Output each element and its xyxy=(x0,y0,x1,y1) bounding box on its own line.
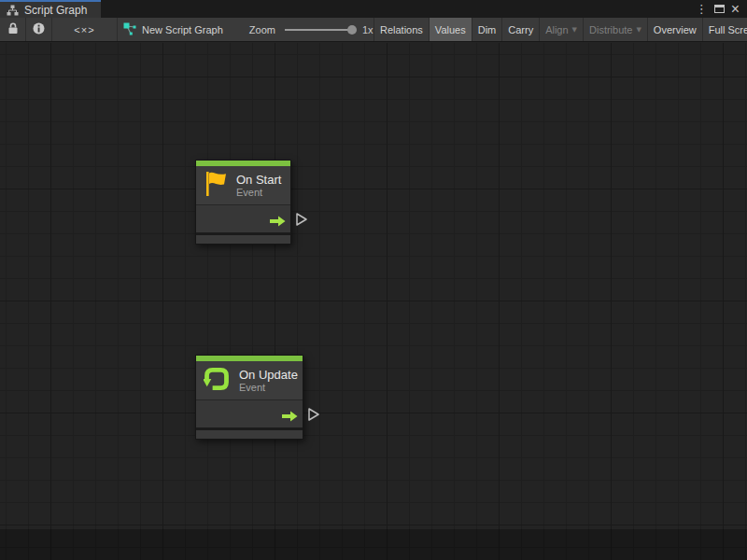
relations-label: Relations xyxy=(380,24,423,35)
maximize-icon[interactable] xyxy=(714,5,725,13)
full-screen-button[interactable]: Full Screen xyxy=(702,18,747,42)
node-titles: On Start Event xyxy=(236,173,281,199)
dropdown-caret-icon: ▼ xyxy=(636,27,641,34)
carry-button[interactable]: Carry xyxy=(501,18,539,42)
canvas-bottom-shade xyxy=(0,529,747,560)
align-label: Align xyxy=(545,24,568,35)
node-title: On Update xyxy=(239,368,298,382)
graph-toolbar: <×> New Script Graph Zoom 1x Relatio xyxy=(0,18,747,42)
node-on-update[interactable]: On Update Event xyxy=(195,355,303,440)
zoom-slider[interactable] xyxy=(285,29,352,31)
info-icon xyxy=(33,22,45,36)
node-on-start[interactable]: On Start Event xyxy=(195,160,291,245)
node-title: On Start xyxy=(236,173,281,187)
hierarchy-icon xyxy=(7,5,19,16)
zoom-value: 1x xyxy=(362,24,374,35)
lock-icon xyxy=(7,22,19,36)
tab-bar: Script Graph ⋮ × xyxy=(0,0,747,18)
distribute-dropdown[interactable]: Distribute ▼ xyxy=(583,18,647,42)
node-subtitle: Event xyxy=(239,382,298,394)
info-button[interactable] xyxy=(26,18,52,41)
node-footer xyxy=(196,232,290,244)
relations-button[interactable]: Relations xyxy=(374,18,429,42)
kebab-menu-icon[interactable]: ⋮ xyxy=(696,3,708,15)
node-footer xyxy=(196,427,303,439)
close-icon[interactable]: × xyxy=(731,2,740,17)
full-screen-label: Full Screen xyxy=(709,24,747,35)
lock-button[interactable] xyxy=(0,18,26,41)
zoom-slider-knob[interactable] xyxy=(347,25,357,35)
overview-label: Overview xyxy=(654,24,697,35)
distribute-label: Distribute xyxy=(589,24,632,35)
zoom-control: Zoom 1x xyxy=(249,18,374,41)
tab-label: Script Graph xyxy=(24,4,87,17)
tab-script-graph[interactable]: Script Graph xyxy=(0,0,101,18)
zoom-label: Zoom xyxy=(249,24,275,35)
code-preview-button[interactable]: <×> xyxy=(52,18,118,41)
flag-icon xyxy=(204,170,227,202)
node-port-row xyxy=(196,204,290,232)
dropdown-caret-icon: ▼ xyxy=(572,27,577,34)
graph-canvas[interactable]: On Start Event xyxy=(0,43,747,560)
trigger-output-port[interactable] xyxy=(295,212,308,231)
new-script-graph-button[interactable]: New Script Graph xyxy=(118,18,233,41)
align-dropdown[interactable]: Align ▼ xyxy=(539,18,583,42)
trigger-output-port[interactable] xyxy=(307,407,320,426)
code-angle-x-icon: <×> xyxy=(74,24,94,35)
loop-icon xyxy=(204,366,230,396)
node-header: On Start Event xyxy=(196,166,290,204)
flow-arrow-icon xyxy=(282,409,298,426)
node-header: On Update Event xyxy=(196,361,303,399)
view-toggle-group: Relations Values Dim Carry Align ▼ Distr… xyxy=(374,18,747,42)
dim-label: Dim xyxy=(478,24,497,35)
flow-arrow-icon xyxy=(270,214,286,231)
new-script-graph-label: New Script Graph xyxy=(142,24,223,35)
overview-button[interactable]: Overview xyxy=(647,18,702,42)
dim-button[interactable]: Dim xyxy=(472,18,502,42)
values-button[interactable]: Values xyxy=(429,18,472,42)
window-controls: ⋮ × xyxy=(696,0,747,18)
graph-node-icon xyxy=(123,22,136,37)
carry-label: Carry xyxy=(508,24,533,35)
node-port-row xyxy=(196,399,303,427)
node-titles: On Update Event xyxy=(239,368,298,394)
values-label: Values xyxy=(435,24,466,35)
script-graph-window: Script Graph ⋮ × xyxy=(0,0,747,560)
node-subtitle: Event xyxy=(236,187,281,199)
